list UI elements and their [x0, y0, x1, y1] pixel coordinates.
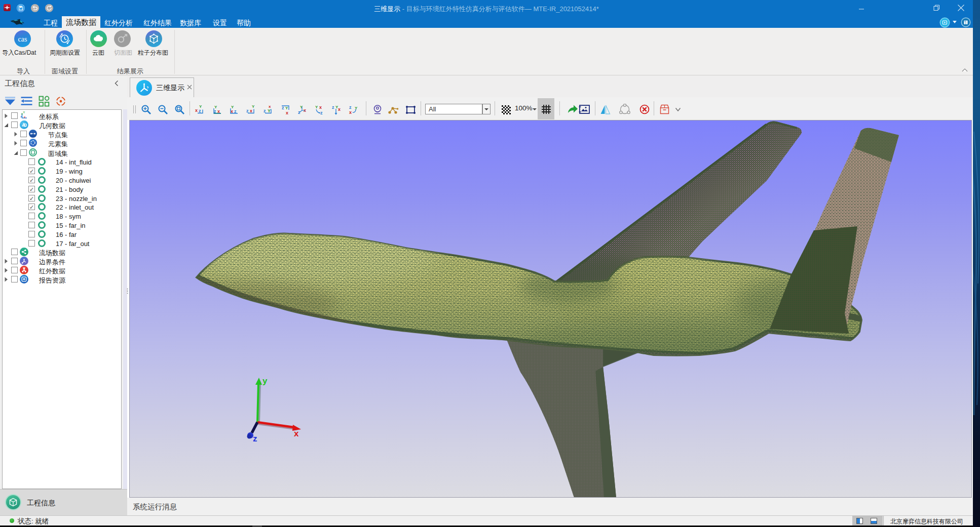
svg-text:Y: Y	[199, 104, 202, 109]
svg-text:z: z	[246, 108, 249, 113]
svg-text:x: x	[286, 110, 288, 115]
svg-text:cas: cas	[18, 35, 27, 43]
svg-text:Y: Y	[23, 111, 25, 114]
svg-text:Y: Y	[285, 106, 288, 110]
svg-text:x: x	[250, 108, 252, 113]
svg-text:z: z	[20, 115, 22, 118]
svg-text:x: x	[195, 108, 198, 113]
svg-text:Y: Y	[252, 104, 255, 109]
svg-text:x: x	[269, 104, 271, 109]
svg-text:y: y	[262, 376, 268, 386]
svg-text:x: x	[319, 105, 322, 110]
svg-text:x: x	[304, 108, 306, 113]
svg-text:x: x	[294, 429, 299, 438]
svg-text:z: z	[253, 434, 257, 443]
svg-text:z: z	[320, 110, 323, 115]
svg-text:z: z	[199, 108, 201, 113]
svg-text:Y: Y	[300, 105, 303, 109]
svg-text:x: x	[349, 110, 352, 115]
svg-text:Y: Y	[315, 105, 318, 109]
svg-text:z: z	[349, 105, 352, 110]
svg-text:Y: Y	[268, 108, 271, 113]
svg-text:x: x	[338, 107, 341, 112]
svg-text:z: z	[332, 105, 334, 110]
svg-text:z: z	[263, 108, 266, 113]
